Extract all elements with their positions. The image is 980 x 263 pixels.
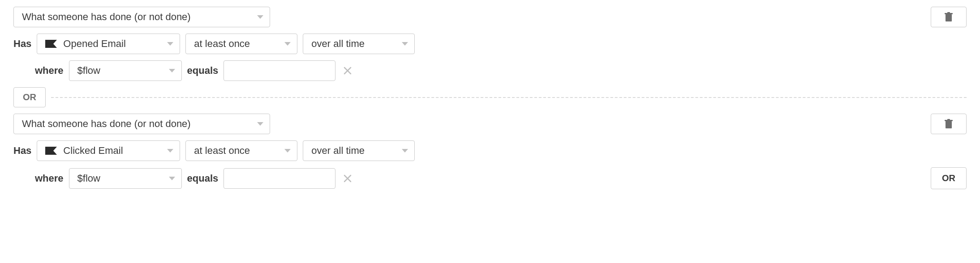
condition-type-select[interactable]: What someone has done (or not done) xyxy=(13,7,270,27)
chevron-down-icon xyxy=(169,69,175,72)
chevron-down-icon xyxy=(257,15,263,19)
property-label: $flow xyxy=(77,65,100,76)
timeframe-select[interactable]: over all time xyxy=(303,140,415,161)
or-separator-chip[interactable]: OR xyxy=(13,87,46,107)
operator-label: equals xyxy=(187,65,219,76)
condition-type-label: What someone has done (or not done) xyxy=(22,11,191,23)
flag-icon xyxy=(45,147,57,155)
remove-filter-button[interactable] xyxy=(341,173,354,184)
property-select[interactable]: $flow xyxy=(69,60,182,81)
close-icon xyxy=(344,67,352,75)
close-icon xyxy=(344,174,352,182)
chevron-down-icon xyxy=(169,177,175,180)
delete-condition-button[interactable] xyxy=(931,7,967,27)
svg-rect-6 xyxy=(946,121,952,128)
svg-marker-9 xyxy=(45,147,57,155)
where-row: where $flow equals xyxy=(13,60,967,81)
condition-top-row: What someone has done (or not done) xyxy=(13,114,967,134)
where-row-wrap: where $flow equals OR xyxy=(13,167,967,189)
timeframe-select[interactable]: over all time xyxy=(303,34,415,54)
trash-icon xyxy=(944,119,953,129)
condition-type-label: What someone has done (or not done) xyxy=(22,118,191,130)
property-select[interactable]: $flow xyxy=(69,168,182,189)
value-input[interactable] xyxy=(224,60,335,81)
chevron-down-icon xyxy=(284,149,291,153)
frequency-select[interactable]: at least once xyxy=(185,140,297,161)
delete-condition-button[interactable] xyxy=(931,114,967,134)
condition-type-select[interactable]: What someone has done (or not done) xyxy=(13,114,270,134)
add-or-label: OR xyxy=(942,173,955,183)
or-chip-label: OR xyxy=(23,92,36,102)
metric-label: Clicked Email xyxy=(63,145,123,157)
frequency-select[interactable]: at least once xyxy=(185,34,297,54)
property-label: $flow xyxy=(77,173,100,184)
frequency-label: at least once xyxy=(194,38,250,50)
condition-block: What someone has done (or not done) Has … xyxy=(13,7,967,81)
condition-top-row: What someone has done (or not done) xyxy=(13,7,967,27)
svg-rect-8 xyxy=(947,119,950,120)
chevron-down-icon xyxy=(167,42,173,46)
has-row: Has Opened Email at least once over all … xyxy=(13,34,967,54)
chevron-down-icon xyxy=(402,149,408,153)
condition-block: What someone has done (or not done) Has … xyxy=(13,114,967,189)
chevron-down-icon xyxy=(402,42,408,46)
value-input[interactable] xyxy=(224,168,335,189)
chevron-down-icon xyxy=(257,122,263,126)
chevron-down-icon xyxy=(167,149,173,153)
chevron-down-icon xyxy=(284,42,291,46)
trash-icon xyxy=(944,12,953,22)
timeframe-label: over all time xyxy=(311,38,365,50)
remove-filter-button[interactable] xyxy=(341,65,354,76)
metric-select[interactable]: Clicked Email xyxy=(37,140,180,161)
add-or-button[interactable]: OR xyxy=(931,167,967,189)
operator-label: equals xyxy=(187,173,219,184)
where-label: where xyxy=(35,173,64,184)
divider-line xyxy=(51,97,967,98)
has-row: Has Clicked Email at least once over all… xyxy=(13,140,967,161)
metric-label: Opened Email xyxy=(63,38,125,50)
metric-select[interactable]: Opened Email xyxy=(37,34,180,54)
or-divider: OR xyxy=(13,87,967,107)
timeframe-label: over all time xyxy=(311,145,365,157)
svg-marker-3 xyxy=(45,40,57,48)
has-label: Has xyxy=(13,145,31,157)
frequency-label: at least once xyxy=(194,145,250,157)
where-label: where xyxy=(35,65,64,76)
svg-rect-0 xyxy=(946,14,952,21)
has-label: Has xyxy=(13,38,31,50)
svg-rect-2 xyxy=(947,12,950,13)
flag-icon xyxy=(45,40,57,48)
where-row: where $flow equals xyxy=(13,168,354,189)
